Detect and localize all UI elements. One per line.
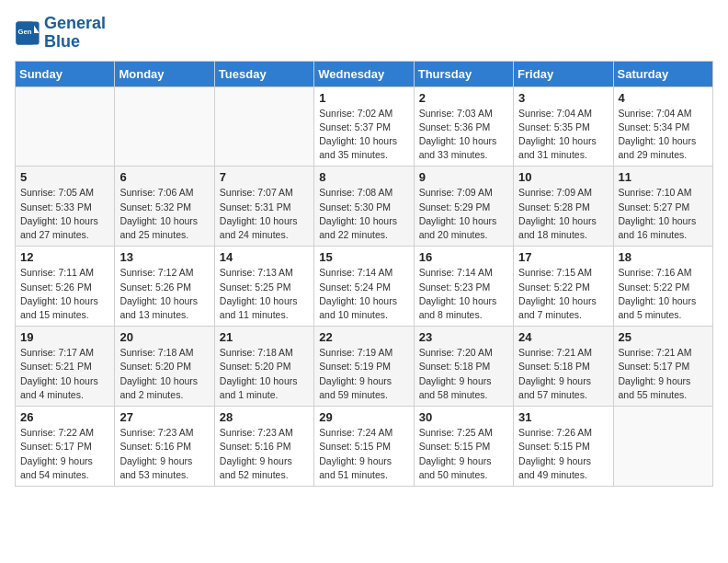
day-number: 31 (518, 410, 608, 424)
logo: Gen General Blue (15, 15, 106, 52)
day-header-thursday: Thursday (414, 61, 513, 86)
day-info: Sunrise: 7:02 AMSunset: 5:37 PMDaylight:… (319, 107, 408, 163)
day-number: 3 (518, 91, 608, 105)
day-number: 14 (220, 250, 309, 264)
calendar-cell: 22Sunrise: 7:19 AMSunset: 5:19 PMDayligh… (314, 327, 414, 407)
calendar-cell: 20Sunrise: 7:18 AMSunset: 5:20 PMDayligh… (115, 327, 214, 407)
calendar-cell (16, 86, 115, 167)
day-info: Sunrise: 7:09 AMSunset: 5:29 PMDaylight:… (419, 186, 508, 242)
day-info: Sunrise: 7:23 AMSunset: 5:16 PMDaylight:… (119, 426, 209, 482)
day-number: 22 (319, 330, 408, 344)
calendar-cell: 10Sunrise: 7:09 AMSunset: 5:28 PMDayligh… (514, 167, 613, 247)
day-header-wednesday: Wednesday (314, 61, 414, 86)
day-info: Sunrise: 7:23 AMSunset: 5:16 PMDaylight:… (220, 426, 309, 482)
calendar-cell: 18Sunrise: 7:16 AMSunset: 5:22 PMDayligh… (613, 247, 712, 327)
calendar-cell: 15Sunrise: 7:14 AMSunset: 5:24 PMDayligh… (314, 247, 414, 327)
day-number: 17 (518, 250, 608, 264)
calendar-cell: 3Sunrise: 7:04 AMSunset: 5:35 PMDaylight… (514, 86, 613, 167)
week-row-1: 1Sunrise: 7:02 AMSunset: 5:37 PMDaylight… (16, 86, 713, 167)
header-row: SundayMondayTuesdayWednesdayThursdayFrid… (16, 61, 713, 86)
header: Gen General Blue (15, 15, 713, 52)
week-row-4: 19Sunrise: 7:17 AMSunset: 5:21 PMDayligh… (16, 327, 713, 407)
day-info: Sunrise: 7:12 AMSunset: 5:26 PMDaylight:… (119, 266, 209, 322)
day-info: Sunrise: 7:08 AMSunset: 5:30 PMDaylight:… (319, 186, 408, 242)
day-header-monday: Monday (115, 61, 214, 86)
calendar-cell: 21Sunrise: 7:18 AMSunset: 5:20 PMDayligh… (214, 327, 313, 407)
day-info: Sunrise: 7:26 AMSunset: 5:15 PMDaylight:… (518, 426, 608, 482)
logo-icon: Gen (15, 20, 40, 46)
day-number: 24 (518, 330, 608, 344)
day-number: 29 (319, 410, 408, 424)
calendar-cell: 30Sunrise: 7:25 AMSunset: 5:15 PMDayligh… (414, 407, 513, 487)
day-number: 21 (220, 330, 309, 344)
day-info: Sunrise: 7:03 AMSunset: 5:36 PMDaylight:… (419, 107, 508, 163)
calendar-cell: 26Sunrise: 7:22 AMSunset: 5:17 PMDayligh… (16, 407, 115, 487)
calendar-cell: 9Sunrise: 7:09 AMSunset: 5:29 PMDaylight… (414, 167, 513, 247)
day-number: 8 (319, 170, 408, 184)
day-number: 20 (119, 330, 209, 344)
calendar-cell: 24Sunrise: 7:21 AMSunset: 5:18 PMDayligh… (514, 327, 613, 407)
day-number: 28 (220, 410, 309, 424)
day-number: 23 (419, 330, 508, 344)
calendar-cell: 25Sunrise: 7:21 AMSunset: 5:17 PMDayligh… (613, 327, 712, 407)
day-info: Sunrise: 7:17 AMSunset: 5:21 PMDaylight:… (20, 346, 109, 402)
logo-line1: General Blue (44, 15, 106, 52)
day-number: 11 (619, 170, 708, 184)
calendar-cell: 14Sunrise: 7:13 AMSunset: 5:25 PMDayligh… (214, 247, 313, 327)
calendar-cell: 19Sunrise: 7:17 AMSunset: 5:21 PMDayligh… (16, 327, 115, 407)
calendar-cell: 7Sunrise: 7:07 AMSunset: 5:31 PMDaylight… (214, 167, 313, 247)
day-number: 4 (619, 91, 708, 105)
day-info: Sunrise: 7:07 AMSunset: 5:31 PMDaylight:… (220, 186, 309, 242)
day-number: 1 (319, 91, 408, 105)
day-info: Sunrise: 7:21 AMSunset: 5:17 PMDaylight:… (619, 346, 708, 402)
day-info: Sunrise: 7:24 AMSunset: 5:15 PMDaylight:… (319, 426, 408, 482)
day-info: Sunrise: 7:05 AMSunset: 5:33 PMDaylight:… (20, 186, 109, 242)
calendar-cell: 31Sunrise: 7:26 AMSunset: 5:15 PMDayligh… (514, 407, 613, 487)
svg-text:Gen: Gen (18, 28, 32, 36)
day-info: Sunrise: 7:25 AMSunset: 5:15 PMDaylight:… (419, 426, 508, 482)
day-number: 26 (20, 410, 109, 424)
day-info: Sunrise: 7:22 AMSunset: 5:17 PMDaylight:… (20, 426, 109, 482)
day-number: 13 (119, 250, 209, 264)
calendar-cell: 8Sunrise: 7:08 AMSunset: 5:30 PMDaylight… (314, 167, 414, 247)
week-row-5: 26Sunrise: 7:22 AMSunset: 5:17 PMDayligh… (16, 407, 713, 487)
day-info: Sunrise: 7:18 AMSunset: 5:20 PMDaylight:… (119, 346, 209, 402)
day-info: Sunrise: 7:14 AMSunset: 5:23 PMDaylight:… (419, 266, 508, 322)
calendar-cell (214, 86, 313, 167)
day-info: Sunrise: 7:20 AMSunset: 5:18 PMDaylight:… (419, 346, 508, 402)
day-header-tuesday: Tuesday (214, 61, 313, 86)
day-number: 12 (20, 250, 109, 264)
day-number: 10 (518, 170, 608, 184)
calendar-cell: 1Sunrise: 7:02 AMSunset: 5:37 PMDaylight… (314, 86, 414, 167)
day-number: 2 (419, 91, 508, 105)
calendar-cell: 5Sunrise: 7:05 AMSunset: 5:33 PMDaylight… (16, 167, 115, 247)
day-info: Sunrise: 7:13 AMSunset: 5:25 PMDaylight:… (220, 266, 309, 322)
day-info: Sunrise: 7:14 AMSunset: 5:24 PMDaylight:… (319, 266, 408, 322)
day-info: Sunrise: 7:18 AMSunset: 5:20 PMDaylight:… (220, 346, 309, 402)
day-info: Sunrise: 7:10 AMSunset: 5:27 PMDaylight:… (619, 186, 708, 242)
day-info: Sunrise: 7:04 AMSunset: 5:35 PMDaylight:… (518, 107, 608, 163)
day-header-sunday: Sunday (16, 61, 115, 86)
calendar-cell: 4Sunrise: 7:04 AMSunset: 5:34 PMDaylight… (613, 86, 712, 167)
day-info: Sunrise: 7:04 AMSunset: 5:34 PMDaylight:… (619, 107, 708, 163)
calendar-cell: 11Sunrise: 7:10 AMSunset: 5:27 PMDayligh… (613, 167, 712, 247)
day-number: 18 (619, 250, 708, 264)
calendar-cell: 17Sunrise: 7:15 AMSunset: 5:22 PMDayligh… (514, 247, 613, 327)
calendar-cell (115, 86, 214, 167)
day-info: Sunrise: 7:09 AMSunset: 5:28 PMDaylight:… (518, 186, 608, 242)
day-number: 25 (619, 330, 708, 344)
day-number: 30 (419, 410, 508, 424)
day-number: 7 (220, 170, 309, 184)
calendar-cell: 12Sunrise: 7:11 AMSunset: 5:26 PMDayligh… (16, 247, 115, 327)
day-number: 15 (319, 250, 408, 264)
calendar-cell: 23Sunrise: 7:20 AMSunset: 5:18 PMDayligh… (414, 327, 513, 407)
day-number: 6 (119, 170, 209, 184)
day-number: 16 (419, 250, 508, 264)
day-header-friday: Friday (514, 61, 613, 86)
day-info: Sunrise: 7:11 AMSunset: 5:26 PMDaylight:… (20, 266, 109, 322)
day-info: Sunrise: 7:06 AMSunset: 5:32 PMDaylight:… (119, 186, 209, 242)
calendar-table: SundayMondayTuesdayWednesdayThursdayFrid… (15, 61, 713, 487)
calendar-cell: 27Sunrise: 7:23 AMSunset: 5:16 PMDayligh… (115, 407, 214, 487)
day-number: 5 (20, 170, 109, 184)
calendar-cell (613, 407, 712, 487)
